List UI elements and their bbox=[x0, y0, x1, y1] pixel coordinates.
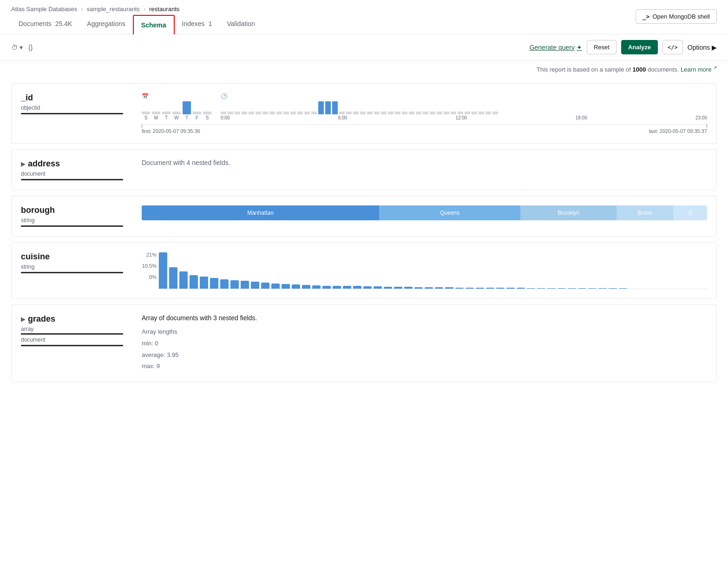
reset-button[interactable]: Reset bbox=[587, 40, 617, 54]
day-bar-w bbox=[172, 112, 181, 114]
cuisine-bar-25 bbox=[414, 287, 423, 289]
borough-segment-staten: S bbox=[673, 205, 707, 220]
braces-button[interactable]: {} bbox=[28, 44, 33, 51]
cuisine-bar-12 bbox=[282, 284, 290, 289]
cuisine-bar-20 bbox=[363, 286, 372, 289]
time-bar-14 bbox=[318, 101, 324, 114]
tab-validation[interactable]: Validation bbox=[219, 14, 262, 34]
day-bar-f bbox=[193, 112, 201, 114]
cuisine-bar-39 bbox=[557, 288, 566, 289]
field-content-address: Document with 4 nested fields. bbox=[132, 159, 707, 166]
day-bar-s bbox=[142, 112, 150, 114]
cuisine-bar-35 bbox=[517, 288, 525, 289]
cuisine-bar-40 bbox=[568, 288, 576, 289]
cuisine-bar-29 bbox=[455, 288, 464, 289]
field-content-id: 📅 S bbox=[132, 93, 707, 134]
cuisine-bar-33 bbox=[496, 288, 505, 289]
field-content-borough: Manhattan Queens Brooklyn Bronx S bbox=[132, 205, 707, 220]
code-button[interactable]: </> bbox=[662, 40, 683, 54]
grades-min: min: 0 bbox=[142, 338, 707, 350]
clock-icon: ⏱ bbox=[11, 44, 18, 51]
time-bar-29 bbox=[423, 112, 428, 114]
time-bar-32 bbox=[444, 112, 449, 114]
field-type-cuisine: string bbox=[21, 264, 132, 270]
cuisine-bar-14 bbox=[302, 285, 310, 289]
breadcrumb: Atlas Sample Databases › sample_restaura… bbox=[11, 0, 717, 13]
field-type-bar-grades-doc bbox=[21, 345, 123, 346]
time-bar-30 bbox=[430, 112, 435, 114]
sparkle-icon: ✦ bbox=[577, 44, 582, 51]
options-arrow-icon: ▶ bbox=[712, 44, 717, 51]
clock-small-icon: 🕐 bbox=[221, 93, 228, 99]
cuisine-bar-4 bbox=[200, 277, 208, 289]
cuisine-bar-24 bbox=[404, 287, 413, 289]
cuisine-bar-36 bbox=[527, 288, 535, 289]
borough-segment-bronx: Bronx bbox=[617, 205, 673, 220]
time-bar-9 bbox=[283, 112, 289, 114]
tab-documents[interactable]: Documents 25.4K bbox=[11, 14, 79, 34]
address-description: Document with 4 nested fields. bbox=[142, 159, 230, 166]
expand-arrow-grades[interactable]: ▶ bbox=[21, 316, 25, 323]
clock-arrow: ▾ bbox=[20, 44, 23, 51]
breadcrumb-restaurants[interactable]: restaurants bbox=[149, 6, 179, 13]
field-type-bar-grades-array bbox=[21, 333, 123, 335]
field-card-borough: borough string Manhattan Queens Brooklyn… bbox=[11, 196, 717, 237]
time-bar-35 bbox=[465, 112, 470, 114]
breadcrumb-sample-restaurants[interactable]: sample_restaurants bbox=[87, 6, 140, 13]
time-bar-21 bbox=[367, 112, 373, 114]
cuisine-bar-30 bbox=[466, 288, 474, 289]
time-bar-20 bbox=[360, 112, 366, 114]
cuisine-bar-18 bbox=[343, 286, 351, 289]
time-bar-17 bbox=[339, 112, 345, 114]
learn-more-link[interactable]: Learn more bbox=[681, 66, 711, 73]
analyze-button[interactable]: Analyze bbox=[621, 40, 658, 54]
first-timestamp: first: 2020-05-07 09:35:36 bbox=[142, 128, 200, 134]
time-bar-1 bbox=[228, 112, 233, 114]
array-lengths-label: Array lengths bbox=[142, 326, 707, 338]
day-bar-t2-active bbox=[183, 101, 191, 114]
field-name-address: ▶ address bbox=[21, 159, 132, 169]
time-bar-26 bbox=[402, 112, 407, 114]
time-bar-13 bbox=[311, 112, 317, 114]
cuisine-y-10: 10.5% bbox=[142, 263, 157, 269]
tab-aggregations[interactable]: Aggregations bbox=[79, 14, 133, 34]
cuisine-bar-32 bbox=[486, 288, 494, 289]
generate-query-link[interactable]: Generate query ✦ bbox=[530, 44, 582, 51]
field-content-cuisine: 21% 10.5% 0% bbox=[132, 252, 707, 289]
grades-description: Array of documents with 3 nested fields. bbox=[142, 314, 707, 322]
time-bar-7 bbox=[269, 112, 275, 114]
open-shell-button[interactable]: _> Open MongoDB shell bbox=[636, 9, 717, 24]
cuisine-bar-43 bbox=[598, 288, 607, 289]
tab-indexes[interactable]: Indexes 1 bbox=[175, 14, 220, 34]
cuisine-bar-6 bbox=[220, 279, 229, 289]
cuisine-bar-10 bbox=[261, 283, 269, 289]
toolbar: ⏱ ▾ {} Generate query ✦ Reset Analyze </… bbox=[0, 34, 728, 60]
time-bar-5 bbox=[256, 112, 261, 114]
time-bar-11 bbox=[297, 112, 303, 114]
grades-avg: average: 3.95 bbox=[142, 350, 707, 361]
time-bar-16 bbox=[332, 101, 338, 114]
clock-filter-button[interactable]: ⏱ ▾ bbox=[11, 44, 23, 51]
cuisine-bar-23 bbox=[394, 287, 402, 289]
time-bar-15 bbox=[325, 101, 331, 114]
tab-schema[interactable]: Schema bbox=[133, 15, 175, 34]
time-bar-24 bbox=[388, 112, 394, 114]
calendar-icon: 📅 bbox=[142, 93, 149, 99]
cuisine-y-0: 0% bbox=[142, 274, 157, 280]
borough-bar-chart: Manhattan Queens Brooklyn Bronx S bbox=[142, 205, 707, 220]
cuisine-bar-8 bbox=[241, 281, 249, 289]
time-bar-37 bbox=[479, 112, 484, 114]
field-type-grades-doc: document bbox=[21, 336, 132, 343]
cuisine-bar-0 bbox=[159, 252, 167, 289]
breadcrumb-atlas[interactable]: Atlas Sample Databases bbox=[11, 6, 77, 13]
expand-arrow-address[interactable]: ▶ bbox=[21, 161, 25, 167]
time-bar-39 bbox=[492, 112, 498, 114]
cuisine-bar-3 bbox=[190, 275, 198, 289]
field-type-bar-borough bbox=[21, 225, 123, 227]
cuisine-bar-42 bbox=[588, 288, 597, 289]
cuisine-bar-27 bbox=[435, 287, 443, 289]
field-meta-cuisine: cuisine string bbox=[21, 252, 132, 273]
open-shell-label: Open MongoDB shell bbox=[652, 13, 710, 20]
options-link[interactable]: Options ▶ bbox=[688, 44, 717, 51]
grades-array-info: Array lengths min: 0 average: 3.95 max: … bbox=[142, 326, 707, 372]
